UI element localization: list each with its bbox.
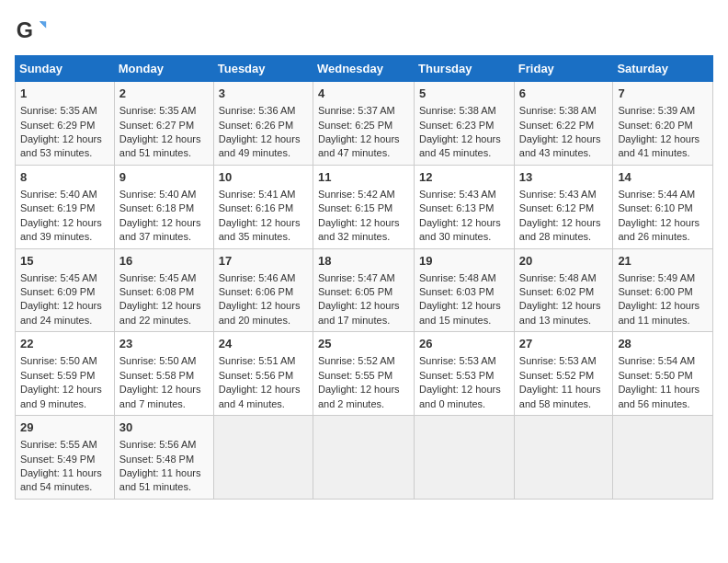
day-number: 20 — [519, 253, 609, 270]
daylight-text: Daylight: 12 hours and 17 minutes. — [318, 300, 400, 325]
sunset-text: Sunset: 5:52 PM — [519, 370, 594, 381]
day-number: 28 — [618, 336, 708, 352]
calendar-cell: 14Sunrise: 5:44 AMSunset: 6:10 PMDayligh… — [613, 165, 713, 248]
calendar-cell: 5Sunrise: 5:38 AMSunset: 6:23 PMDaylight… — [415, 82, 515, 166]
calendar-cell: 10Sunrise: 5:41 AMSunset: 6:16 PMDayligh… — [213, 165, 313, 248]
daylight-text: Daylight: 12 hours and 49 minutes. — [219, 133, 301, 158]
day-number: 1 — [20, 86, 109, 102]
sunset-text: Sunset: 6:13 PM — [419, 202, 494, 213]
daylight-text: Daylight: 12 hours and 9 minutes. — [20, 384, 102, 408]
sunset-text: Sunset: 6:00 PM — [618, 286, 692, 297]
sunset-text: Sunset: 5:56 PM — [219, 370, 293, 381]
sunrise-text: Sunrise: 5:41 AM — [219, 189, 296, 200]
calendar-cell: 27Sunrise: 5:53 AMSunset: 5:52 PMDayligh… — [514, 332, 613, 416]
sunrise-text: Sunrise: 5:36 AM — [219, 105, 296, 116]
sunrise-text: Sunrise: 5:40 AM — [20, 189, 97, 200]
day-number: 10 — [219, 169, 308, 186]
day-number: 8 — [20, 169, 109, 186]
calendar-cell: 2Sunrise: 5:35 AMSunset: 6:27 PMDaylight… — [114, 82, 213, 166]
sunrise-text: Sunrise: 5:45 AM — [119, 272, 197, 283]
calendar-cell: 24Sunrise: 5:51 AMSunset: 5:56 PMDayligh… — [213, 332, 313, 416]
sunset-text: Sunset: 6:19 PM — [20, 202, 95, 213]
calendar-week-row: 29Sunrise: 5:55 AMSunset: 5:49 PMDayligh… — [16, 416, 713, 500]
calendar-cell: 19Sunrise: 5:48 AMSunset: 6:03 PMDayligh… — [415, 248, 515, 332]
calendar-cell — [415, 416, 515, 500]
calendar-cell: 15Sunrise: 5:45 AMSunset: 6:09 PMDayligh… — [16, 248, 115, 332]
day-number: 25 — [318, 336, 409, 352]
day-number: 15 — [20, 253, 109, 270]
sunrise-text: Sunrise: 5:40 AM — [119, 189, 197, 200]
sunrise-text: Sunrise: 5:56 AM — [119, 439, 197, 450]
daylight-text: Daylight: 12 hours and 4 minutes. — [219, 384, 301, 408]
sunrise-text: Sunrise: 5:44 AM — [618, 189, 695, 200]
daylight-text: Daylight: 12 hours and 53 minutes. — [20, 133, 102, 158]
sunrise-text: Sunrise: 5:43 AM — [519, 189, 597, 200]
sunset-text: Sunset: 6:18 PM — [119, 202, 194, 213]
day-number: 17 — [219, 253, 308, 270]
daylight-text: Daylight: 12 hours and 2 minutes. — [318, 384, 400, 408]
daylight-text: Daylight: 12 hours and 11 minutes. — [618, 300, 700, 325]
sunset-text: Sunset: 5:58 PM — [119, 370, 194, 381]
sunset-text: Sunset: 6:10 PM — [618, 202, 692, 213]
calendar-cell — [514, 416, 613, 500]
calendar-cell: 9Sunrise: 5:40 AMSunset: 6:18 PMDaylight… — [114, 165, 213, 248]
sunset-text: Sunset: 5:55 PM — [318, 370, 392, 381]
calendar-cell: 12Sunrise: 5:43 AMSunset: 6:13 PMDayligh… — [415, 165, 515, 248]
sunset-text: Sunset: 6:06 PM — [219, 286, 293, 297]
day-header-wednesday: Wednesday — [313, 56, 414, 82]
daylight-text: Daylight: 12 hours and 15 minutes. — [419, 300, 501, 325]
calendar-week-row: 22Sunrise: 5:50 AMSunset: 5:59 PMDayligh… — [16, 332, 713, 416]
calendar-cell: 4Sunrise: 5:37 AMSunset: 6:25 PMDaylight… — [313, 82, 414, 166]
day-number: 2 — [119, 86, 209, 102]
sunrise-text: Sunrise: 5:53 AM — [419, 355, 496, 366]
day-number: 7 — [618, 86, 708, 102]
day-number: 21 — [618, 253, 708, 270]
day-number: 13 — [519, 169, 609, 186]
calendar-header-row: SundayMondayTuesdayWednesdayThursdayFrid… — [16, 56, 713, 82]
day-number: 4 — [318, 86, 409, 102]
sunrise-text: Sunrise: 5:48 AM — [419, 272, 496, 283]
daylight-text: Daylight: 12 hours and 41 minutes. — [618, 133, 700, 158]
calendar-cell: 25Sunrise: 5:52 AMSunset: 5:55 PMDayligh… — [313, 332, 414, 416]
day-number: 18 — [318, 253, 409, 270]
calendar-cell — [613, 416, 713, 500]
page-header: G — [15, 15, 713, 48]
sunrise-text: Sunrise: 5:47 AM — [318, 272, 395, 283]
calendar-cell: 17Sunrise: 5:46 AMSunset: 6:06 PMDayligh… — [213, 248, 313, 332]
calendar-week-row: 15Sunrise: 5:45 AMSunset: 6:09 PMDayligh… — [16, 248, 713, 332]
day-header-sunday: Sunday — [16, 56, 115, 82]
svg-marker-2 — [40, 21, 46, 28]
sunrise-text: Sunrise: 5:55 AM — [20, 439, 97, 450]
sunrise-text: Sunrise: 5:53 AM — [519, 355, 597, 366]
sunrise-text: Sunrise: 5:52 AM — [318, 355, 395, 366]
day-number: 5 — [419, 86, 509, 102]
sunrise-text: Sunrise: 5:45 AM — [20, 272, 97, 283]
sunset-text: Sunset: 6:29 PM — [20, 120, 95, 131]
day-number: 29 — [20, 419, 109, 436]
day-number: 26 — [419, 336, 509, 352]
calendar-cell: 7Sunrise: 5:39 AMSunset: 6:20 PMDaylight… — [613, 82, 713, 166]
day-header-monday: Monday — [114, 56, 213, 82]
daylight-text: Daylight: 11 hours and 56 minutes. — [618, 384, 700, 408]
sunrise-text: Sunrise: 5:35 AM — [119, 105, 197, 116]
sunset-text: Sunset: 6:25 PM — [318, 120, 392, 131]
daylight-text: Daylight: 12 hours and 28 minutes. — [519, 217, 601, 242]
calendar-week-row: 1Sunrise: 5:35 AMSunset: 6:29 PMDaylight… — [16, 82, 713, 166]
sunrise-text: Sunrise: 5:51 AM — [219, 355, 296, 366]
daylight-text: Daylight: 12 hours and 35 minutes. — [219, 217, 301, 242]
sunset-text: Sunset: 5:59 PM — [20, 370, 95, 381]
daylight-text: Daylight: 12 hours and 30 minutes. — [419, 217, 501, 242]
day-number: 24 — [219, 336, 308, 352]
day-number: 27 — [519, 336, 609, 352]
daylight-text: Daylight: 12 hours and 45 minutes. — [419, 133, 501, 158]
daylight-text: Daylight: 12 hours and 7 minutes. — [119, 384, 201, 408]
daylight-text: Daylight: 12 hours and 24 minutes. — [20, 300, 102, 325]
sunrise-text: Sunrise: 5:37 AM — [318, 105, 395, 116]
day-header-thursday: Thursday — [415, 56, 515, 82]
daylight-text: Daylight: 12 hours and 51 minutes. — [119, 133, 201, 158]
day-number: 6 — [519, 86, 609, 102]
sunrise-text: Sunrise: 5:38 AM — [519, 105, 597, 116]
sunset-text: Sunset: 6:09 PM — [20, 286, 95, 297]
sunset-text: Sunset: 6:08 PM — [119, 286, 194, 297]
svg-text:G: G — [17, 18, 33, 42]
